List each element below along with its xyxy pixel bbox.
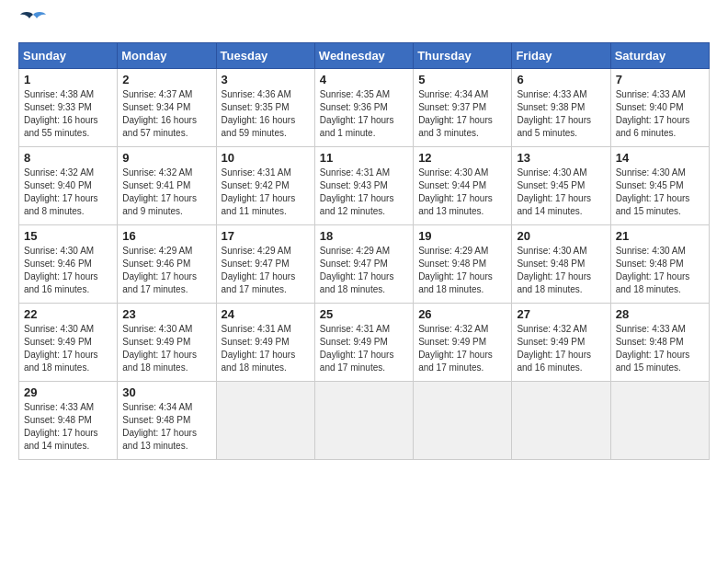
calendar-header-saturday: Saturday <box>610 43 709 69</box>
calendar-cell <box>314 382 413 460</box>
day-info: Sunrise: 4:30 AMSunset: 9:44 PMDaylight:… <box>418 167 506 218</box>
day-number: 28 <box>616 307 704 321</box>
day-number: 6 <box>517 73 605 86</box>
calendar-cell: 21Sunrise: 4:30 AMSunset: 9:48 PMDayligh… <box>610 225 709 304</box>
day-number: 16 <box>122 229 210 243</box>
day-info: Sunrise: 4:33 AMSunset: 9:48 PMDaylight:… <box>24 401 112 453</box>
calendar-cell: 14Sunrise: 4:30 AMSunset: 9:45 PMDayligh… <box>610 147 709 225</box>
calendar-cell: 20Sunrise: 4:30 AMSunset: 9:48 PMDayligh… <box>512 225 610 304</box>
day-number: 25 <box>320 307 408 321</box>
day-number: 26 <box>418 307 506 321</box>
day-info: Sunrise: 4:32 AMSunset: 9:49 PMDaylight:… <box>418 323 506 374</box>
calendar-week-4: 22Sunrise: 4:30 AMSunset: 9:49 PMDayligh… <box>19 304 710 382</box>
day-number: 5 <box>418 73 506 86</box>
day-number: 29 <box>24 385 112 399</box>
day-info: Sunrise: 4:30 AMSunset: 9:49 PMDaylight:… <box>122 323 210 374</box>
day-info: Sunrise: 4:33 AMSunset: 9:40 PMDaylight:… <box>616 88 704 140</box>
calendar-week-2: 8Sunrise: 4:32 AMSunset: 9:40 PMDaylight… <box>19 147 710 225</box>
calendar-cell: 7Sunrise: 4:33 AMSunset: 9:40 PMDaylight… <box>610 69 709 147</box>
calendar-cell: 5Sunrise: 4:34 AMSunset: 9:37 PMDaylight… <box>414 69 512 147</box>
calendar-cell: 9Sunrise: 4:32 AMSunset: 9:41 PMDaylight… <box>118 147 216 225</box>
day-number: 12 <box>418 151 506 165</box>
calendar-header-thursday: Thursday <box>414 43 512 69</box>
calendar-cell: 11Sunrise: 4:31 AMSunset: 9:43 PMDayligh… <box>314 147 413 225</box>
day-number: 22 <box>24 307 112 321</box>
calendar-cell: 29Sunrise: 4:33 AMSunset: 9:48 PMDayligh… <box>19 382 118 460</box>
logo-bird-icon <box>20 11 46 28</box>
day-info: Sunrise: 4:31 AMSunset: 9:49 PMDaylight:… <box>320 323 408 374</box>
calendar-cell: 6Sunrise: 4:33 AMSunset: 9:38 PMDaylight… <box>512 69 610 147</box>
day-info: Sunrise: 4:30 AMSunset: 9:45 PMDaylight:… <box>517 167 605 218</box>
day-info: Sunrise: 4:37 AMSunset: 9:34 PMDaylight:… <box>122 88 210 140</box>
day-number: 30 <box>122 385 210 399</box>
day-number: 14 <box>616 151 704 165</box>
day-info: Sunrise: 4:32 AMSunset: 9:40 PMDaylight:… <box>24 167 112 218</box>
calendar-cell <box>414 382 512 460</box>
calendar-cell: 30Sunrise: 4:34 AMSunset: 9:48 PMDayligh… <box>118 382 216 460</box>
day-number: 13 <box>517 151 605 165</box>
day-info: Sunrise: 4:29 AMSunset: 9:47 PMDaylight:… <box>320 245 408 296</box>
day-number: 3 <box>222 73 310 86</box>
calendar-cell: 26Sunrise: 4:32 AMSunset: 9:49 PMDayligh… <box>414 304 512 382</box>
calendar-cell: 17Sunrise: 4:29 AMSunset: 9:47 PMDayligh… <box>216 225 314 304</box>
day-number: 18 <box>320 229 408 243</box>
calendar-header-wednesday: Wednesday <box>314 43 413 69</box>
calendar-cell: 15Sunrise: 4:30 AMSunset: 9:46 PMDayligh… <box>19 225 118 304</box>
calendar-cell: 22Sunrise: 4:30 AMSunset: 9:49 PMDayligh… <box>19 304 118 382</box>
calendar-header-sunday: Sunday <box>19 43 118 69</box>
calendar-week-1: 1Sunrise: 4:38 AMSunset: 9:33 PMDaylight… <box>19 69 710 147</box>
day-number: 2 <box>122 73 210 86</box>
day-info: Sunrise: 4:30 AMSunset: 9:45 PMDaylight:… <box>616 167 704 218</box>
day-info: Sunrise: 4:31 AMSunset: 9:42 PMDaylight:… <box>222 167 310 218</box>
day-number: 19 <box>418 229 506 243</box>
day-info: Sunrise: 4:30 AMSunset: 9:49 PMDaylight:… <box>24 323 112 374</box>
calendar-week-3: 15Sunrise: 4:30 AMSunset: 9:46 PMDayligh… <box>19 225 710 304</box>
calendar-cell: 25Sunrise: 4:31 AMSunset: 9:49 PMDayligh… <box>314 304 413 382</box>
day-info: Sunrise: 4:30 AMSunset: 9:46 PMDaylight:… <box>24 245 112 296</box>
day-info: Sunrise: 4:32 AMSunset: 9:41 PMDaylight:… <box>122 167 210 218</box>
calendar-header-monday: Monday <box>118 43 216 69</box>
day-number: 1 <box>24 73 112 86</box>
calendar-cell: 1Sunrise: 4:38 AMSunset: 9:33 PMDaylight… <box>19 69 118 147</box>
calendar-cell: 2Sunrise: 4:37 AMSunset: 9:34 PMDaylight… <box>118 69 216 147</box>
day-number: 4 <box>320 73 408 86</box>
calendar-cell: 28Sunrise: 4:33 AMSunset: 9:48 PMDayligh… <box>610 304 709 382</box>
day-number: 9 <box>122 151 210 165</box>
calendar-cell: 4Sunrise: 4:35 AMSunset: 9:36 PMDaylight… <box>314 69 413 147</box>
calendar-cell <box>216 382 314 460</box>
day-number: 24 <box>222 307 310 321</box>
day-number: 15 <box>24 229 112 243</box>
calendar-cell: 23Sunrise: 4:30 AMSunset: 9:49 PMDayligh… <box>118 304 216 382</box>
calendar-cell: 27Sunrise: 4:32 AMSunset: 9:49 PMDayligh… <box>512 304 610 382</box>
calendar-cell: 10Sunrise: 4:31 AMSunset: 9:42 PMDayligh… <box>216 147 314 225</box>
calendar-cell: 8Sunrise: 4:32 AMSunset: 9:40 PMDaylight… <box>19 147 118 225</box>
day-info: Sunrise: 4:35 AMSunset: 9:36 PMDaylight:… <box>320 88 408 140</box>
calendar-cell <box>512 382 610 460</box>
day-number: 17 <box>222 229 310 243</box>
calendar-cell: 16Sunrise: 4:29 AMSunset: 9:46 PMDayligh… <box>118 225 216 304</box>
calendar-week-5: 29Sunrise: 4:33 AMSunset: 9:48 PMDayligh… <box>19 382 710 460</box>
calendar-table: SundayMondayTuesdayWednesdayThursdayFrid… <box>18 42 710 460</box>
calendar-cell: 3Sunrise: 4:36 AMSunset: 9:35 PMDaylight… <box>216 69 314 147</box>
calendar-cell: 24Sunrise: 4:31 AMSunset: 9:49 PMDayligh… <box>216 304 314 382</box>
day-info: Sunrise: 4:38 AMSunset: 9:33 PMDaylight:… <box>24 88 112 140</box>
day-info: Sunrise: 4:33 AMSunset: 9:48 PMDaylight:… <box>616 323 704 374</box>
day-number: 8 <box>24 151 112 165</box>
day-info: Sunrise: 4:29 AMSunset: 9:46 PMDaylight:… <box>122 245 210 296</box>
day-number: 20 <box>517 229 605 243</box>
day-info: Sunrise: 4:32 AMSunset: 9:49 PMDaylight:… <box>517 323 605 374</box>
logo <box>18 18 46 28</box>
calendar-cell: 12Sunrise: 4:30 AMSunset: 9:44 PMDayligh… <box>414 147 512 225</box>
day-number: 27 <box>517 307 605 321</box>
day-info: Sunrise: 4:30 AMSunset: 9:48 PMDaylight:… <box>616 245 704 296</box>
day-number: 7 <box>616 73 704 86</box>
calendar-cell: 18Sunrise: 4:29 AMSunset: 9:47 PMDayligh… <box>314 225 413 304</box>
day-number: 10 <box>222 151 310 165</box>
calendar-header-tuesday: Tuesday <box>216 43 314 69</box>
day-info: Sunrise: 4:30 AMSunset: 9:48 PMDaylight:… <box>517 245 605 296</box>
calendar-cell: 19Sunrise: 4:29 AMSunset: 9:48 PMDayligh… <box>414 225 512 304</box>
day-info: Sunrise: 4:29 AMSunset: 9:48 PMDaylight:… <box>418 245 506 296</box>
day-info: Sunrise: 4:34 AMSunset: 9:37 PMDaylight:… <box>418 88 506 140</box>
calendar-cell: 13Sunrise: 4:30 AMSunset: 9:45 PMDayligh… <box>512 147 610 225</box>
day-info: Sunrise: 4:31 AMSunset: 9:49 PMDaylight:… <box>222 323 310 374</box>
